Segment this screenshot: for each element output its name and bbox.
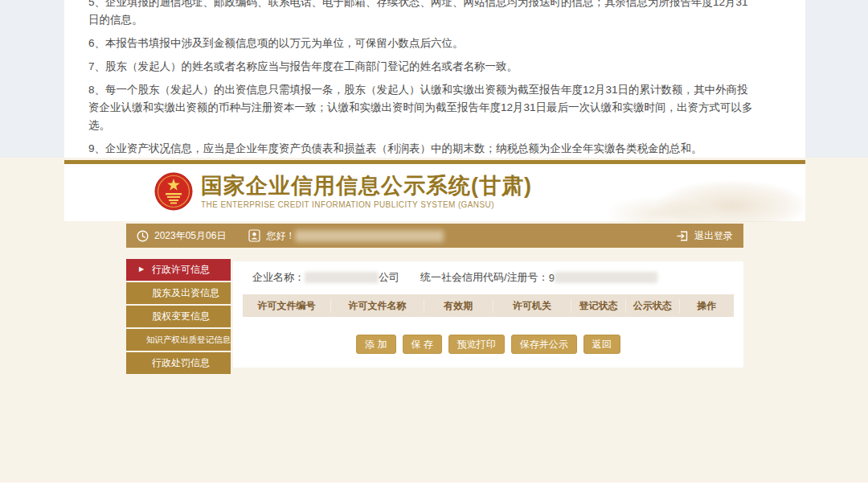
instruction-paragraph: 5、企业填报的通信地址、邮政编码、联系电话、电子邮箱、存续状态、网址、网站信息均… — [88, 0, 759, 29]
instruction-paragraph: 6、本报告书填报中涉及到金额信息项的以万元为单位，可保留小数点后六位。 — [88, 35, 759, 52]
current-date: 2023年05月06日 — [154, 229, 226, 243]
sidebar-item-label: 知识产权出质登记信息 — [146, 335, 231, 346]
content-panel: 企业名称： 公司 统一社会信用代码/注册号： 9 许可文件编号 许可文件名称 有… — [233, 261, 743, 368]
logout-label: 退出登录 — [694, 229, 733, 243]
sidebar-item-equity-change[interactable]: 股权变更信息 — [126, 306, 231, 327]
brand-text: 国家企业信用信息公示系统(甘肃) THE ENTERPRISE CREDIT I… — [201, 174, 532, 209]
page-title: 国家企业信用信息公示系统(甘肃) — [201, 174, 532, 198]
logout-icon — [676, 230, 689, 242]
brand: 国家企业信用信息公示系统(甘肃) THE ENTERPRISE CREDIT I… — [154, 172, 532, 211]
save-button[interactable]: 保 存 — [403, 335, 442, 354]
redacted-credit-code — [555, 272, 657, 283]
preview-print-button[interactable]: 预览打印 — [448, 335, 505, 354]
column-header-licensing-authority: 许可机关 — [493, 299, 572, 313]
logout-button[interactable]: 退出登录 — [676, 229, 733, 243]
sidebar-item-label: 股权变更信息 — [152, 310, 210, 323]
sidebar-item-administrative-penalty[interactable]: 行政处罚信息 — [126, 352, 231, 374]
redacted-username — [295, 230, 444, 242]
save-and-publish-button[interactable]: 保存并公示 — [511, 335, 577, 354]
sidebar-item-label: 股东及出资信息 — [152, 286, 219, 300]
top-region-background: 5、企业填报的通信地址、邮政编码、联系电话、电子邮箱、存续状态、网址、网站信息均… — [0, 0, 868, 158]
column-header-validity-period: 有效期 — [424, 299, 493, 313]
greeting-text: 您好！ — [266, 229, 295, 243]
status-bar: 2023年05月06日 您好！ 退出登录 — [126, 224, 743, 248]
column-header-registration-status: 登记状态 — [571, 299, 625, 313]
sidebar-item-ip-pledge-registration[interactable]: 知识产权出质登记信息 — [126, 329, 231, 351]
company-name-suffix: 公司 — [379, 270, 399, 285]
clock-icon — [137, 230, 149, 242]
add-button[interactable]: 添 加 — [356, 335, 395, 354]
user-icon — [248, 229, 260, 242]
column-header-license-number: 许可文件编号 — [243, 299, 331, 313]
column-header-license-name: 许可文件名称 — [331, 299, 424, 313]
sidebar-item-shareholder-contribution[interactable]: 股东及出资信息 — [126, 282, 231, 304]
instruction-paragraph: 7、股东（发起人）的姓名或者名称应当与报告年度在工商部门登记的姓名或者名称一致。 — [88, 58, 759, 76]
greeting-group: 您好！ — [248, 229, 444, 243]
action-button-row: 添 加 保 存 预览打印 保存并公示 返回 — [243, 335, 734, 354]
site-header: 国家企业信用信息公示系统(甘肃) THE ENTERPRISE CREDIT I… — [64, 160, 805, 221]
return-button[interactable]: 返回 — [583, 335, 620, 354]
date-group: 2023年05月06日 — [137, 229, 248, 243]
instructions-panel: 5、企业填报的通信地址、邮政编码、联系电话、电子邮箱、存续状态、网址、网站信息均… — [64, 0, 805, 158]
company-name-label: 企业名称： — [252, 270, 305, 285]
credit-code-prefix: 9 — [549, 272, 555, 284]
sidebar: ▶ 行政许可信息 股东及出资信息 股权变更信息 知识产权出质登记信息 行政处罚信… — [126, 259, 231, 376]
redacted-company-name — [305, 272, 379, 283]
sidebar-item-administrative-license[interactable]: ▶ 行政许可信息 — [126, 259, 231, 281]
column-header-publicity-status: 公示状态 — [626, 299, 680, 313]
credit-code-label: 统一社会信用代码/注册号： — [420, 270, 549, 285]
instruction-paragraph: 9、企业资产状况信息，应当是企业年度资产负债表和损益表（利润表）中的期末数；纳税… — [88, 140, 759, 158]
sidebar-item-label: 行政许可信息 — [152, 263, 210, 277]
page: 5、企业填报的通信地址、邮政编码、联系电话、电子邮箱、存续状态、网址、网站信息均… — [0, 0, 868, 489]
column-header-operation: 操作 — [680, 299, 734, 313]
bottom-white-strip — [0, 483, 868, 489]
national-emblem-icon — [154, 172, 193, 211]
sidebar-item-label: 行政处罚信息 — [152, 356, 210, 370]
instruction-paragraph: 8、每一个股东（发起人）的出资信息只需填报一条，股东（发起人）认缴和实缴出资额为… — [88, 81, 759, 134]
company-info-row: 企业名称： 公司 统一社会信用代码/注册号： 9 — [243, 269, 734, 286]
license-table-header: 许可文件编号 许可文件名称 有效期 许可机关 登记状态 公示状态 操作 — [243, 294, 734, 317]
active-arrow-icon: ▶ — [139, 266, 144, 273]
mountain-watermark — [596, 167, 805, 222]
page-subtitle: THE ENTERPRISE CREDIT INFORMATION PUBLIC… — [201, 200, 532, 209]
